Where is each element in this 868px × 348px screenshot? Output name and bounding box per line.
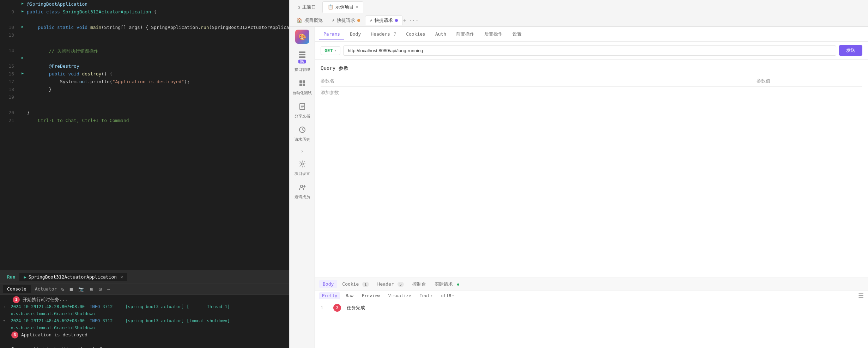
share-docs-icon [298, 103, 306, 112]
home-icon: ⌂ [297, 4, 300, 10]
triangle-icon: ▶ [22, 25, 24, 29]
svg-point-13 [301, 185, 303, 187]
sidebar-item-automation[interactable]: 自动化测试 [291, 77, 314, 98]
code-line: 17 System.out.println("Application is de… [0, 79, 289, 87]
send-button[interactable]: 发送 [839, 45, 862, 56]
resp-tab-console[interactable]: 控制台 [409, 280, 430, 289]
fmt-raw[interactable]: Raw [343, 292, 356, 299]
console-tab[interactable]: Console [3, 285, 31, 293]
fmt-pretty[interactable]: Pretty [319, 292, 340, 299]
svg-point-12 [301, 163, 303, 165]
code-line: 20 } [0, 110, 289, 118]
svg-rect-6 [303, 84, 305, 86]
arrow-up-icon: ↑ [3, 317, 8, 324]
nav-home-icon: 🏠 [297, 18, 302, 23]
sidebar-expand-icon[interactable]: › [301, 148, 304, 154]
settings-icon [298, 160, 306, 170]
triangle-icon: ▶ [22, 71, 24, 75]
nav-lightning-active-icon: ⚡ [370, 18, 372, 23]
code-line: 10 ▶ public static void main(String[] ar… [0, 25, 289, 32]
resp-tab-header[interactable]: Header 5 [374, 280, 407, 288]
svg-rect-4 [303, 80, 305, 83]
code-line: ▶ @SpringBootApplication [0, 1, 289, 9]
method-label: GET [324, 48, 333, 53]
resp-tab-actual[interactable]: 实际请求 [431, 280, 463, 289]
sidebar-item-docs[interactable]: 分享文档 [291, 100, 314, 122]
code-line: ▶ [0, 56, 289, 63]
invite-member-icon [298, 183, 306, 193]
api-badge: 96 [298, 60, 305, 63]
sidebar-item-settings[interactable]: 项目设置 [291, 157, 314, 179]
stop-icon[interactable]: ■ [68, 286, 74, 293]
window-tab-main[interactable]: ⌂ 主窗口 [292, 2, 321, 12]
more-tabs-icon[interactable]: ··· [408, 17, 419, 24]
params-col-value: 参数值 [757, 78, 862, 84]
request-tabs: Params Body Headers 7 Cookies Auth 前置操作 … [315, 27, 868, 42]
code-editor: ▶ @SpringBootApplication 9 ▶ public clas… [0, 0, 289, 270]
console-line [3, 338, 286, 346]
automation-icon [298, 79, 306, 89]
nav-tab-overview[interactable]: 🏠 项目概览 [292, 16, 327, 25]
response-line: 1 2 任务完成 [321, 304, 862, 312]
response-value: 任务完成 [347, 305, 365, 311]
badge-3: 3 [11, 331, 18, 338]
window-tab-example[interactable]: 📋 示例项目 ✕ [322, 1, 364, 13]
screenshot-icon[interactable]: 📷 [77, 286, 86, 293]
fmt-encoding-selector[interactable]: utf8 ▾ [438, 292, 457, 299]
response-area: Body Cookie 1 Header 5 控制台 实际请求 [315, 277, 868, 348]
nav-tab-quick2[interactable]: ⚡ 快捷请求 [365, 16, 402, 25]
split-icon[interactable]: ⊞ [89, 286, 94, 293]
tab-pre-operation[interactable]: 前置操作 [452, 28, 479, 40]
code-line [0, 40, 289, 48]
add-tab-icon[interactable]: + [403, 17, 407, 24]
sidebar-item-api-management[interactable]: 96 接口管理 [291, 48, 314, 75]
close-tab-icon[interactable]: ✕ [356, 5, 358, 9]
text-chevron-icon: ▾ [431, 294, 433, 298]
line-number: 1 [321, 305, 328, 310]
fmt-visualize[interactable]: Visualize [386, 292, 414, 299]
response-badge-2: 2 [333, 304, 341, 312]
console-line: 1 开始执行耗时任务... [3, 296, 286, 303]
tab-body[interactable]: Body [346, 29, 365, 39]
tab-params[interactable]: Params [319, 29, 344, 39]
refresh-icon[interactable]: ↻ [60, 286, 65, 293]
svg-rect-0 [299, 51, 305, 53]
run-label: Run [3, 273, 19, 281]
url-input[interactable] [343, 45, 836, 56]
apifox-panel: ⌂ 主窗口 📋 示例项目 ✕ 🏠 项目概览 ⚡ 快捷请求 ⚡ 快捷请求 [289, 0, 868, 348]
code-line: 16 ▶ public void destroy() { [0, 71, 289, 79]
console-line: ↑ 2024-10-29T21:48:45.692+08:00 INFO 371… [3, 317, 286, 331]
add-param-button[interactable]: 添加参数 [321, 87, 862, 99]
resp-tab-cookie[interactable]: Cookie 1 [339, 280, 372, 288]
run-tabs: Run ▶ SpringBoot312ActuatorApplication ✕ [0, 271, 289, 283]
method-selector[interactable]: GET ▾ [321, 46, 340, 55]
apifox-sidebar: 🎨 96 接口管理 [290, 27, 315, 348]
actuator-tab[interactable]: Actuator [35, 286, 57, 292]
tab-headers[interactable]: Headers 7 [366, 29, 400, 39]
nav-lightning-icon: ⚡ [332, 18, 335, 23]
nav-tab-quick1[interactable]: ⚡ 快捷请求 [328, 16, 364, 25]
format-menu-icon[interactable]: ☰ [858, 292, 864, 299]
code-line: 21 Ctrl·L to Chat, Ctrl+I to Command [0, 118, 289, 126]
tab-auth[interactable]: Auth [431, 29, 450, 39]
status-dot [357, 19, 360, 22]
console-output: 1 开始执行耗时任务... → 2024-10-29T21:48:28.807+… [0, 295, 289, 348]
tab-cookies[interactable]: Cookies [402, 29, 430, 39]
sidebar-item-invite[interactable]: 邀请成员 [291, 181, 314, 202]
doc-icon: 📋 [328, 4, 333, 10]
expand-icon[interactable]: ⊡ [97, 286, 103, 293]
resp-tab-body[interactable]: Body [319, 280, 337, 288]
tab-post-operation[interactable]: 后置操作 [480, 28, 507, 40]
close-tab-icon[interactable]: ✕ [120, 274, 123, 280]
code-line: 18 } [0, 87, 289, 94]
apifox-content: Params Body Headers 7 Cookies Auth 前置操作 … [315, 27, 868, 348]
params-col-name: 参数名 [321, 78, 757, 84]
fmt-preview[interactable]: Preview [359, 292, 383, 299]
fmt-text-selector[interactable]: Text ▾ [417, 292, 436, 299]
apifox-nav-tabs: 🏠 项目概览 ⚡ 快捷请求 ⚡ 快捷请求 + ··· [290, 14, 868, 27]
sidebar-item-history[interactable]: 请求历史 [291, 123, 314, 145]
params-header: 参数名 参数值 [321, 76, 862, 87]
run-tab-app[interactable]: ▶ SpringBoot312ActuatorApplication ✕ [19, 273, 127, 281]
more-icon[interactable]: ⋯ [106, 286, 111, 293]
tab-settings[interactable]: 设置 [508, 28, 526, 40]
